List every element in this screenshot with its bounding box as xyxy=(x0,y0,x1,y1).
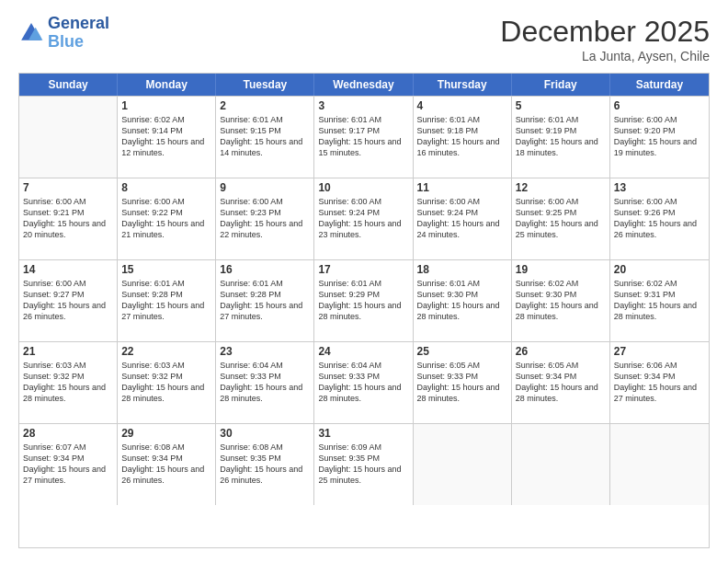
day-number: 18 xyxy=(417,263,507,276)
cell-info: Sunrise: 6:03 AMSunset: 9:32 PMDaylight:… xyxy=(121,360,211,405)
calendar-cell-4-4 xyxy=(414,424,512,505)
calendar-cell-1-1: 8Sunrise: 6:00 AMSunset: 9:22 PMDaylight… xyxy=(118,178,216,259)
calendar-cell-2-0: 14Sunrise: 6:00 AMSunset: 9:27 PMDayligh… xyxy=(19,260,118,341)
day-number: 16 xyxy=(220,263,310,276)
cell-info: Sunrise: 6:00 AMSunset: 9:22 PMDaylight:… xyxy=(121,196,211,241)
title-block: December 2025 La Junta, Aysen, Chile xyxy=(500,15,710,63)
calendar-cell-3-6: 27Sunrise: 6:06 AMSunset: 9:34 PMDayligh… xyxy=(610,342,709,423)
day-number: 22 xyxy=(121,345,211,358)
cell-info: Sunrise: 6:01 AMSunset: 9:17 PMDaylight:… xyxy=(318,114,408,159)
calendar: Sunday Monday Tuesday Wednesday Thursday… xyxy=(18,73,710,548)
day-number: 14 xyxy=(23,263,113,276)
cell-info: Sunrise: 6:00 AMSunset: 9:24 PMDaylight:… xyxy=(318,196,408,241)
calendar-cell-1-0: 7Sunrise: 6:00 AMSunset: 9:21 PMDaylight… xyxy=(19,178,118,259)
cell-info: Sunrise: 6:01 AMSunset: 9:28 PMDaylight:… xyxy=(121,278,211,323)
day-number: 30 xyxy=(220,427,310,440)
cell-info: Sunrise: 6:08 AMSunset: 9:35 PMDaylight:… xyxy=(220,442,310,487)
weekday-tuesday: Tuesday xyxy=(216,74,314,96)
day-number: 23 xyxy=(220,345,310,358)
weekday-wednesday: Wednesday xyxy=(314,74,413,96)
cell-info: Sunrise: 6:07 AMSunset: 9:34 PMDaylight:… xyxy=(23,442,113,487)
calendar-header: Sunday Monday Tuesday Wednesday Thursday… xyxy=(19,74,709,96)
calendar-cell-0-5: 5Sunrise: 6:01 AMSunset: 9:19 PMDaylight… xyxy=(512,97,610,178)
cell-info: Sunrise: 6:00 AMSunset: 9:21 PMDaylight:… xyxy=(23,196,113,241)
calendar-cell-2-1: 15Sunrise: 6:01 AMSunset: 9:28 PMDayligh… xyxy=(118,260,216,341)
day-number: 15 xyxy=(121,263,211,276)
calendar-cell-0-6: 6Sunrise: 6:00 AMSunset: 9:20 PMDaylight… xyxy=(610,97,709,178)
day-number: 17 xyxy=(318,263,408,276)
cell-info: Sunrise: 6:00 AMSunset: 9:23 PMDaylight:… xyxy=(220,196,310,241)
logo-icon xyxy=(18,20,44,46)
day-number: 6 xyxy=(614,99,705,112)
calendar-cell-0-2: 2Sunrise: 6:01 AMSunset: 9:15 PMDaylight… xyxy=(216,97,314,178)
calendar-cell-4-6 xyxy=(610,424,709,505)
day-number: 13 xyxy=(614,181,705,194)
calendar-cell-2-5: 19Sunrise: 6:02 AMSunset: 9:30 PMDayligh… xyxy=(512,260,610,341)
calendar-cell-3-3: 24Sunrise: 6:04 AMSunset: 9:33 PMDayligh… xyxy=(314,342,413,423)
day-number: 1 xyxy=(121,99,211,112)
weekday-monday: Monday xyxy=(118,74,216,96)
weekday-sunday: Sunday xyxy=(19,74,118,96)
calendar-cell-0-3: 3Sunrise: 6:01 AMSunset: 9:17 PMDaylight… xyxy=(314,97,413,178)
day-number: 12 xyxy=(516,181,606,194)
cell-info: Sunrise: 6:05 AMSunset: 9:34 PMDaylight:… xyxy=(516,360,606,405)
cell-info: Sunrise: 6:02 AMSunset: 9:31 PMDaylight:… xyxy=(614,278,705,323)
logo: General Blue xyxy=(18,15,109,52)
calendar-cell-2-6: 20Sunrise: 6:02 AMSunset: 9:31 PMDayligh… xyxy=(610,260,709,341)
day-number: 24 xyxy=(318,345,408,358)
calendar-row-2: 14Sunrise: 6:00 AMSunset: 9:27 PMDayligh… xyxy=(19,259,709,341)
day-number: 7 xyxy=(23,181,113,194)
day-number: 28 xyxy=(23,427,113,440)
calendar-cell-3-1: 22Sunrise: 6:03 AMSunset: 9:32 PMDayligh… xyxy=(118,342,216,423)
calendar-body: 1Sunrise: 6:02 AMSunset: 9:14 PMDaylight… xyxy=(19,96,709,505)
calendar-cell-1-5: 12Sunrise: 6:00 AMSunset: 9:25 PMDayligh… xyxy=(512,178,610,259)
day-number: 3 xyxy=(318,99,408,112)
calendar-cell-2-4: 18Sunrise: 6:01 AMSunset: 9:30 PMDayligh… xyxy=(414,260,512,341)
cell-info: Sunrise: 6:02 AMSunset: 9:14 PMDaylight:… xyxy=(121,114,211,159)
calendar-cell-1-3: 10Sunrise: 6:00 AMSunset: 9:24 PMDayligh… xyxy=(314,178,413,259)
day-number: 31 xyxy=(318,427,408,440)
cell-info: Sunrise: 6:09 AMSunset: 9:35 PMDaylight:… xyxy=(318,442,408,487)
cell-info: Sunrise: 6:00 AMSunset: 9:24 PMDaylight:… xyxy=(417,196,507,241)
calendar-cell-2-3: 17Sunrise: 6:01 AMSunset: 9:29 PMDayligh… xyxy=(314,260,413,341)
page: General Blue December 2025 La Junta, Ays… xyxy=(0,0,728,563)
logo-text: General Blue xyxy=(48,15,109,52)
cell-info: Sunrise: 6:00 AMSunset: 9:25 PMDaylight:… xyxy=(516,196,606,241)
calendar-cell-0-4: 4Sunrise: 6:01 AMSunset: 9:18 PMDaylight… xyxy=(414,97,512,178)
calendar-row-4: 28Sunrise: 6:07 AMSunset: 9:34 PMDayligh… xyxy=(19,423,709,505)
calendar-row-3: 21Sunrise: 6:03 AMSunset: 9:32 PMDayligh… xyxy=(19,341,709,423)
day-number: 9 xyxy=(220,181,310,194)
day-number: 19 xyxy=(516,263,606,276)
day-number: 21 xyxy=(23,345,113,358)
weekday-saturday: Saturday xyxy=(610,74,709,96)
header: General Blue December 2025 La Junta, Ays… xyxy=(18,15,710,63)
cell-info: Sunrise: 6:01 AMSunset: 9:29 PMDaylight:… xyxy=(318,278,408,323)
cell-info: Sunrise: 6:06 AMSunset: 9:34 PMDaylight:… xyxy=(614,360,705,405)
calendar-cell-3-4: 25Sunrise: 6:05 AMSunset: 9:33 PMDayligh… xyxy=(414,342,512,423)
location: La Junta, Aysen, Chile xyxy=(500,49,710,63)
calendar-cell-1-2: 9Sunrise: 6:00 AMSunset: 9:23 PMDaylight… xyxy=(216,178,314,259)
cell-info: Sunrise: 6:02 AMSunset: 9:30 PMDaylight:… xyxy=(516,278,606,323)
cell-info: Sunrise: 6:01 AMSunset: 9:15 PMDaylight:… xyxy=(220,114,310,159)
day-number: 8 xyxy=(121,181,211,194)
day-number: 29 xyxy=(121,427,211,440)
calendar-cell-3-0: 21Sunrise: 6:03 AMSunset: 9:32 PMDayligh… xyxy=(19,342,118,423)
calendar-cell-1-6: 13Sunrise: 6:00 AMSunset: 9:26 PMDayligh… xyxy=(610,178,709,259)
calendar-cell-0-1: 1Sunrise: 6:02 AMSunset: 9:14 PMDaylight… xyxy=(118,97,216,178)
calendar-cell-4-0: 28Sunrise: 6:07 AMSunset: 9:34 PMDayligh… xyxy=(19,424,118,505)
calendar-cell-1-4: 11Sunrise: 6:00 AMSunset: 9:24 PMDayligh… xyxy=(414,178,512,259)
cell-info: Sunrise: 6:01 AMSunset: 9:28 PMDaylight:… xyxy=(220,278,310,323)
calendar-cell-0-0 xyxy=(19,97,118,178)
day-number: 26 xyxy=(516,345,606,358)
day-number: 10 xyxy=(318,181,408,194)
day-number: 20 xyxy=(614,263,705,276)
cell-info: Sunrise: 6:05 AMSunset: 9:33 PMDaylight:… xyxy=(417,360,507,405)
calendar-cell-3-5: 26Sunrise: 6:05 AMSunset: 9:34 PMDayligh… xyxy=(512,342,610,423)
day-number: 11 xyxy=(417,181,507,194)
calendar-cell-3-2: 23Sunrise: 6:04 AMSunset: 9:33 PMDayligh… xyxy=(216,342,314,423)
calendar-cell-4-3: 31Sunrise: 6:09 AMSunset: 9:35 PMDayligh… xyxy=(314,424,413,505)
day-number: 27 xyxy=(614,345,705,358)
cell-info: Sunrise: 6:04 AMSunset: 9:33 PMDaylight:… xyxy=(220,360,310,405)
calendar-cell-4-1: 29Sunrise: 6:08 AMSunset: 9:34 PMDayligh… xyxy=(118,424,216,505)
weekday-thursday: Thursday xyxy=(414,74,512,96)
